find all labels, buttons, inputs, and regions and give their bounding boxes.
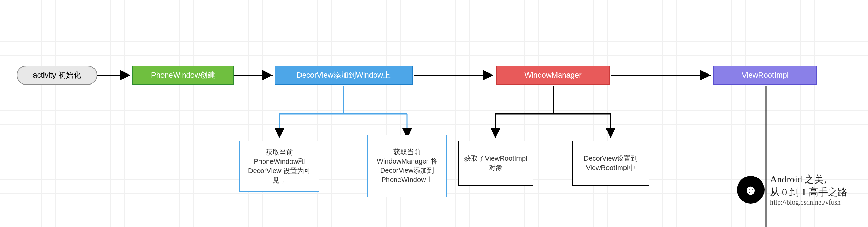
watermark-line1: Android 之美,	[770, 173, 847, 186]
sub-decor-visible: 获取当前PhoneWindow和DecorView 设置为可见，	[239, 141, 319, 192]
node-activity-init: activity 初始化	[17, 66, 97, 85]
node-windowmanager: WindowManager	[496, 66, 610, 85]
node-decorview: DecorView添加到Window上	[275, 66, 413, 85]
sub-wm-set: DecorView设置到ViewRootImpl中	[572, 141, 649, 186]
sub-decor-add: 获取当前WindowManager 将DecorView添加到PhoneWind…	[367, 135, 447, 197]
sub-wm-get: 获取了ViewRootImpl对象	[458, 141, 533, 186]
node-viewrootimpl: ViewRootImpl	[713, 66, 817, 85]
watermark-url: http://blog.csdn.net/vfush	[770, 198, 847, 206]
logo-icon: ☻	[737, 176, 765, 204]
watermark-line2: 从 0 到 1 高手之路	[770, 186, 847, 198]
watermark: ☻ Android 之美, 从 0 到 1 高手之路 http://blog.c…	[737, 173, 847, 206]
node-phonewindow: PhoneWindow创建	[132, 66, 234, 85]
